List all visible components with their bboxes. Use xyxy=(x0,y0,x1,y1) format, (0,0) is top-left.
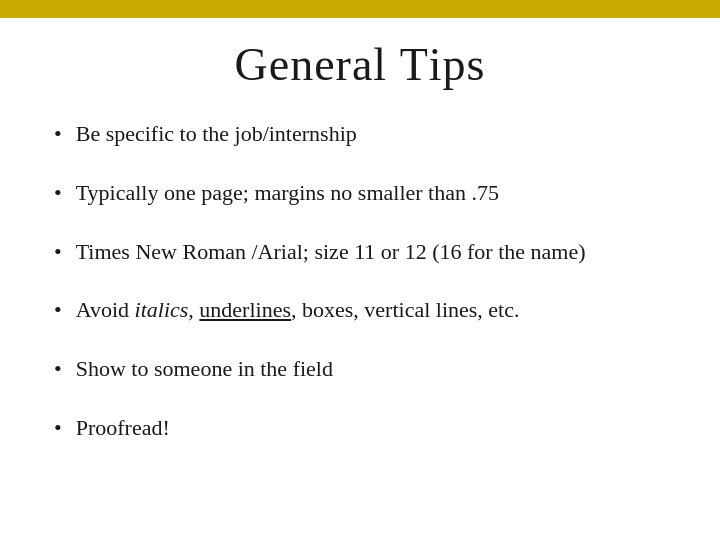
bullet-dot: • xyxy=(54,178,62,209)
item-text: Times New Roman /Arial; size 11 or 12 (1… xyxy=(76,237,586,268)
bullet-list: • Be specific to the job/internship • Ty… xyxy=(0,119,720,444)
list-item: • Typically one page; margins no smaller… xyxy=(54,178,666,209)
bullet-dot: • xyxy=(54,354,62,385)
bullet-dot: • xyxy=(54,413,62,444)
bullet-dot: • xyxy=(54,237,62,268)
list-item: • Be specific to the job/internship xyxy=(54,119,666,150)
item-text: Avoid italics, underlines, boxes, vertic… xyxy=(76,295,520,326)
item-text: Typically one page; margins no smaller t… xyxy=(76,178,499,209)
item-text: Proofread! xyxy=(76,413,170,444)
page-title: General Tips xyxy=(0,38,720,91)
list-item: • Proofread! xyxy=(54,413,666,444)
item-text: Be specific to the job/internship xyxy=(76,119,357,150)
list-item: • Avoid italics, underlines, boxes, vert… xyxy=(54,295,666,326)
bullet-dot: • xyxy=(54,295,62,326)
list-item: • Times New Roman /Arial; size 11 or 12 … xyxy=(54,237,666,268)
item-text: Show to someone in the field xyxy=(76,354,333,385)
bullet-dot: • xyxy=(54,119,62,150)
list-item: • Show to someone in the field xyxy=(54,354,666,385)
italic-text: italics xyxy=(135,297,189,322)
underline-text: underlines xyxy=(199,297,291,322)
gold-bar xyxy=(0,0,720,18)
